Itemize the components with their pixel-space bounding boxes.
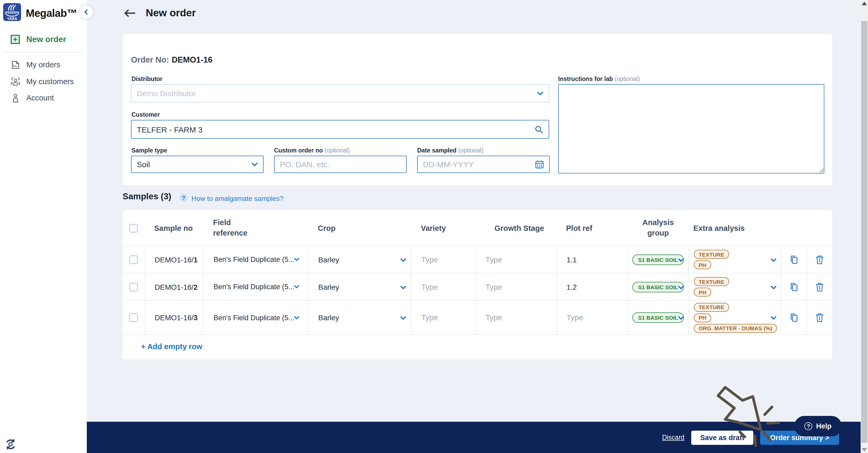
row-checkbox[interactable]: [129, 283, 138, 291]
custom-order-input[interactable]: PO, DAN, etc.: [274, 156, 407, 173]
sample-type-label: Sample type: [131, 147, 167, 154]
sidebar-item-label: My orders: [26, 61, 60, 69]
chevron-down-icon: [400, 282, 406, 292]
trash-icon: [815, 313, 824, 322]
extra-analysis-dropdown[interactable]: TEXTURE PH: [688, 246, 781, 273]
scrollbar-down-arrow[interactable]: [862, 448, 867, 452]
analysis-group-dropdown[interactable]: S1 BASIC SOIL: [628, 246, 688, 273]
sidebar: YARA Megalab™ New order: [0, 0, 87, 453]
column-header-analysis-group: Analysis group: [628, 210, 688, 246]
plot-ref-input[interactable]: 1.2: [557, 273, 628, 300]
sidebar-item-my-customers[interactable]: My customers: [0, 74, 87, 89]
analysis-group-dropdown[interactable]: S1 BASIC SOIL: [628, 273, 688, 300]
copy-icon: [789, 313, 798, 322]
extra-analysis-dropdown[interactable]: TEXTURE PH: [688, 273, 781, 300]
question-mark-icon: ?: [805, 422, 812, 430]
plot-ref-input[interactable]: 1.1: [557, 246, 628, 273]
brand: YARA Megalab™: [0, 0, 87, 23]
sidebar-item-label: New order: [26, 35, 66, 44]
crop-dropdown[interactable]: Barley: [307, 246, 410, 273]
field-reference-dropdown[interactable]: Ben's Field Duplicate (5...: [203, 246, 307, 273]
analysis-group-dropdown[interactable]: S1 BASIC SOIL: [628, 301, 688, 334]
customer-search-input[interactable]: TELFER - FARM 3: [131, 120, 549, 139]
chevron-left-icon: [83, 9, 89, 15]
page-title: New order: [146, 7, 196, 19]
instructions-textarea[interactable]: [558, 84, 824, 173]
discard-link[interactable]: Discard: [662, 434, 684, 441]
extra-analysis-tag: PH: [694, 313, 711, 322]
chevron-down-icon: [771, 282, 776, 292]
row-checkbox[interactable]: [129, 313, 138, 322]
column-header-sample-no: Sample no: [145, 210, 203, 246]
customers-group-icon: [6, 77, 24, 86]
extra-analysis-tag: ORG. MATTER - DUMAS (%): [694, 324, 777, 332]
sidebar-collapse-button[interactable]: [80, 5, 93, 19]
extra-analysis-tag: PH: [694, 288, 711, 297]
order-number: Order No:DEMO1-16: [131, 55, 213, 65]
field-reference-dropdown[interactable]: Ben's Field Duplicate (5...: [203, 301, 307, 334]
delete-row-button[interactable]: [806, 273, 832, 300]
sidebar-item-account[interactable]: Account: [0, 90, 87, 106]
table-row: DEMO1-16/2 Ben's Field Duplicate (5... B…: [123, 273, 832, 300]
vertical-scrollbar[interactable]: [861, 0, 868, 453]
sidebar-item-label: My customers: [26, 77, 74, 86]
account-person-icon: [6, 93, 24, 102]
analysis-group-tag: S1 BASIC SOIL: [632, 282, 684, 292]
app-window: YARA Megalab™ New order: [0, 0, 868, 453]
variety-input[interactable]: Type: [410, 246, 475, 273]
cursor-arrow-overlay: [715, 385, 782, 451]
table-row: DEMO1-16/3 Ben's Field Duplicate (5... B…: [123, 300, 832, 334]
extra-analysis-dropdown[interactable]: TEXTURE PH ORG. MATTER - DUMAS (%): [688, 301, 781, 334]
amalgamate-help-link[interactable]: How to amalgamate samples?: [191, 195, 283, 202]
column-header-plot-ref: Plot ref: [557, 210, 628, 246]
order-form-card: Order No:DEMO1-16 Distributor Demo Distr…: [123, 34, 832, 185]
help-button[interactable]: ? Help: [794, 416, 842, 436]
crop-dropdown[interactable]: Barley: [307, 301, 410, 334]
crop-dropdown[interactable]: Barley: [307, 273, 410, 300]
variety-input[interactable]: Type: [410, 301, 475, 334]
growth-stage-input[interactable]: Type: [475, 273, 557, 300]
yara-logo-icon: YARA: [3, 3, 21, 23]
growth-stage-input[interactable]: Type: [475, 246, 557, 273]
sample-no: DEMO1-16/1: [155, 255, 197, 264]
sidebar-item-new-order[interactable]: New order: [0, 30, 87, 49]
growth-stage-input[interactable]: Type: [475, 301, 557, 334]
chevron-down-icon: [400, 255, 406, 264]
date-sampled-input[interactable]: DD-MM-YYYY: [417, 156, 550, 173]
chevron-down-icon: [771, 313, 776, 322]
date-sampled-label: Date sampled (optional): [417, 147, 484, 154]
sidebar-item-my-orders[interactable]: My orders: [0, 57, 87, 72]
table-header-row: Sample no Field reference Crop Variety G…: [123, 210, 832, 246]
analysis-group-tag: S1 BASIC SOIL: [632, 254, 684, 265]
chevron-down-icon: [294, 258, 300, 261]
back-arrow-button[interactable]: [124, 9, 136, 20]
row-checkbox[interactable]: [129, 255, 138, 264]
copy-icon: [789, 255, 798, 264]
help-question-icon[interactable]: ?: [179, 194, 188, 202]
scrollbar-thumb[interactable]: [861, 21, 867, 443]
arrow-left-icon: [124, 9, 136, 18]
sidebar-item-label: Account: [26, 94, 54, 102]
sidebar-divider: [4, 52, 83, 53]
field-reference-dropdown[interactable]: Ben's Field Duplicate (5...: [203, 273, 307, 300]
duplicate-row-button[interactable]: [781, 246, 806, 273]
plot-ref-input[interactable]: Type: [557, 301, 628, 334]
svg-text:YARA: YARA: [7, 17, 18, 21]
variety-input[interactable]: Type: [410, 273, 475, 300]
samples-table: Sample no Field reference Crop Variety G…: [123, 210, 832, 359]
chevron-down-icon: [294, 285, 300, 289]
duplicate-row-button[interactable]: [781, 273, 806, 300]
delete-row-button[interactable]: [806, 301, 832, 334]
sample-type-select[interactable]: Soil: [131, 156, 264, 173]
select-all-checkbox[interactable]: [129, 224, 138, 232]
loading-spinner-icon: [5, 439, 16, 452]
duplicate-row-button[interactable]: [781, 301, 806, 334]
scrollbar-up-arrow[interactable]: [862, 2, 867, 5]
add-empty-row-button[interactable]: + Add empty row: [123, 334, 832, 358]
delete-row-button[interactable]: [806, 246, 832, 273]
app-name: Megalab™: [26, 7, 77, 19]
trash-icon: [815, 282, 824, 292]
instructions-label: Instructions for lab (optional): [558, 76, 640, 82]
distributor-select[interactable]: Demo Distributor: [131, 84, 549, 102]
orders-document-icon: [6, 60, 24, 69]
